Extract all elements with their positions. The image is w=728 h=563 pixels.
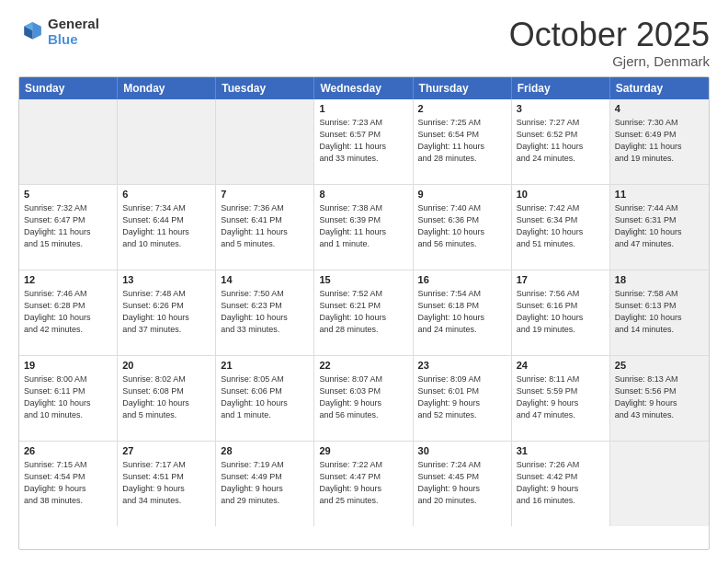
day-header-friday: Friday <box>512 77 610 99</box>
day-info-text: Sunrise: 7:22 AM Sunset: 4:47 PM Dayligh… <box>319 459 407 507</box>
calendar-day-13: 13Sunrise: 7:48 AM Sunset: 6:26 PM Dayli… <box>118 270 216 355</box>
day-info-text: Sunrise: 7:40 AM Sunset: 6:36 PM Dayligh… <box>418 202 506 250</box>
calendar-empty-cell <box>19 99 118 184</box>
calendar-day-11: 11Sunrise: 7:44 AM Sunset: 6:31 PM Dayli… <box>610 185 709 270</box>
day-number: 3 <box>517 103 605 114</box>
calendar-week-4: 19Sunrise: 8:00 AM Sunset: 6:11 PM Dayli… <box>19 355 709 441</box>
day-number: 31 <box>517 445 605 456</box>
day-info-text: Sunrise: 8:02 AM Sunset: 6:08 PM Dayligh… <box>122 373 210 421</box>
day-number: 1 <box>319 103 407 114</box>
day-number: 2 <box>418 103 506 114</box>
day-info-text: Sunrise: 7:54 AM Sunset: 6:18 PM Dayligh… <box>418 288 506 336</box>
day-info-text: Sunrise: 7:50 AM Sunset: 6:23 PM Dayligh… <box>221 288 309 336</box>
day-number: 10 <box>517 189 605 200</box>
day-number: 25 <box>615 360 704 371</box>
day-header-sunday: Sunday <box>19 77 118 99</box>
day-info-text: Sunrise: 7:46 AM Sunset: 6:28 PM Dayligh… <box>24 288 112 336</box>
calendar: SundayMondayTuesdayWednesdayThursdayFrid… <box>18 76 710 550</box>
day-number: 19 <box>24 360 112 371</box>
page: General Blue October 2025 Gjern, Denmark… <box>0 0 728 563</box>
day-number: 15 <box>319 274 407 285</box>
calendar-week-3: 12Sunrise: 7:46 AM Sunset: 6:28 PM Dayli… <box>19 270 709 355</box>
calendar-day-8: 8Sunrise: 7:38 AM Sunset: 6:39 PM Daylig… <box>314 185 413 270</box>
calendar-day-18: 18Sunrise: 7:58 AM Sunset: 6:13 PM Dayli… <box>610 270 709 355</box>
day-number: 12 <box>24 274 112 285</box>
day-info-text: Sunrise: 7:56 AM Sunset: 6:16 PM Dayligh… <box>517 288 605 336</box>
day-number: 5 <box>24 189 112 200</box>
day-header-saturday: Saturday <box>610 77 709 99</box>
day-info-text: Sunrise: 8:13 AM Sunset: 5:56 PM Dayligh… <box>615 373 704 421</box>
calendar-day-25: 25Sunrise: 8:13 AM Sunset: 5:56 PM Dayli… <box>610 356 709 441</box>
calendar-day-30: 30Sunrise: 7:24 AM Sunset: 4:45 PM Dayli… <box>414 442 512 526</box>
day-header-thursday: Thursday <box>414 77 512 99</box>
day-info-text: Sunrise: 7:25 AM Sunset: 6:54 PM Dayligh… <box>418 117 506 165</box>
day-info-text: Sunrise: 8:09 AM Sunset: 6:01 PM Dayligh… <box>418 373 506 421</box>
day-info-text: Sunrise: 7:26 AM Sunset: 4:42 PM Dayligh… <box>517 459 605 507</box>
calendar-day-26: 26Sunrise: 7:15 AM Sunset: 4:54 PM Dayli… <box>19 442 118 526</box>
calendar-week-2: 5Sunrise: 7:32 AM Sunset: 6:47 PM Daylig… <box>19 184 709 270</box>
day-number: 17 <box>517 274 605 285</box>
day-number: 14 <box>221 274 309 285</box>
calendar-day-14: 14Sunrise: 7:50 AM Sunset: 6:23 PM Dayli… <box>216 270 314 355</box>
month-title: October 2025 <box>509 17 710 53</box>
day-number: 24 <box>517 360 605 371</box>
day-info-text: Sunrise: 7:23 AM Sunset: 6:57 PM Dayligh… <box>319 117 407 165</box>
day-number: 26 <box>24 445 112 456</box>
day-info-text: Sunrise: 7:58 AM Sunset: 6:13 PM Dayligh… <box>615 288 704 336</box>
calendar-day-31: 31Sunrise: 7:26 AM Sunset: 4:42 PM Dayli… <box>512 442 610 526</box>
calendar-day-15: 15Sunrise: 7:52 AM Sunset: 6:21 PM Dayli… <box>314 270 413 355</box>
day-number: 4 <box>615 103 704 114</box>
day-info-text: Sunrise: 8:00 AM Sunset: 6:11 PM Dayligh… <box>24 373 112 421</box>
day-info-text: Sunrise: 8:11 AM Sunset: 5:59 PM Dayligh… <box>517 373 605 421</box>
calendar-day-3: 3Sunrise: 7:27 AM Sunset: 6:52 PM Daylig… <box>512 99 610 184</box>
day-info-text: Sunrise: 8:05 AM Sunset: 6:06 PM Dayligh… <box>221 373 309 421</box>
svg-marker-0 <box>33 22 41 40</box>
day-number: 7 <box>221 189 309 200</box>
day-header-tuesday: Tuesday <box>216 77 314 99</box>
day-info-text: Sunrise: 7:27 AM Sunset: 6:52 PM Dayligh… <box>517 117 605 165</box>
day-number: 23 <box>418 360 506 371</box>
calendar-day-5: 5Sunrise: 7:32 AM Sunset: 6:47 PM Daylig… <box>19 185 118 270</box>
day-number: 13 <box>122 274 210 285</box>
calendar-day-29: 29Sunrise: 7:22 AM Sunset: 4:47 PM Dayli… <box>314 442 413 526</box>
day-number: 8 <box>319 189 407 200</box>
calendar-header: SundayMondayTuesdayWednesdayThursdayFrid… <box>19 77 709 99</box>
day-info-text: Sunrise: 7:38 AM Sunset: 6:39 PM Dayligh… <box>319 202 407 250</box>
day-number: 9 <box>418 189 506 200</box>
day-number: 16 <box>418 274 506 285</box>
day-info-text: Sunrise: 7:19 AM Sunset: 4:49 PM Dayligh… <box>221 459 309 507</box>
calendar-week-5: 26Sunrise: 7:15 AM Sunset: 4:54 PM Dayli… <box>19 441 709 526</box>
day-info-text: Sunrise: 7:44 AM Sunset: 6:31 PM Dayligh… <box>615 202 704 250</box>
calendar-day-21: 21Sunrise: 8:05 AM Sunset: 6:06 PM Dayli… <box>216 356 314 441</box>
day-number: 6 <box>122 189 210 200</box>
calendar-empty-cell <box>610 442 709 526</box>
calendar-day-27: 27Sunrise: 7:17 AM Sunset: 4:51 PM Dayli… <box>118 442 216 526</box>
day-info-text: Sunrise: 7:42 AM Sunset: 6:34 PM Dayligh… <box>517 202 605 250</box>
day-number: 29 <box>319 445 407 456</box>
calendar-day-1: 1Sunrise: 7:23 AM Sunset: 6:57 PM Daylig… <box>314 99 413 184</box>
day-info-text: Sunrise: 7:36 AM Sunset: 6:41 PM Dayligh… <box>221 202 309 250</box>
logo: General Blue <box>18 17 99 47</box>
calendar-day-9: 9Sunrise: 7:40 AM Sunset: 6:36 PM Daylig… <box>414 185 512 270</box>
calendar-day-6: 6Sunrise: 7:34 AM Sunset: 6:44 PM Daylig… <box>118 185 216 270</box>
day-info-text: Sunrise: 7:17 AM Sunset: 4:51 PM Dayligh… <box>122 459 210 507</box>
day-info-text: Sunrise: 7:32 AM Sunset: 6:47 PM Dayligh… <box>24 202 112 250</box>
calendar-day-23: 23Sunrise: 8:09 AM Sunset: 6:01 PM Dayli… <box>414 356 512 441</box>
day-info-text: Sunrise: 7:30 AM Sunset: 6:49 PM Dayligh… <box>615 117 704 165</box>
calendar-day-19: 19Sunrise: 8:00 AM Sunset: 6:11 PM Dayli… <box>19 356 118 441</box>
day-number: 18 <box>615 274 704 285</box>
day-info-text: Sunrise: 7:48 AM Sunset: 6:26 PM Dayligh… <box>122 288 210 336</box>
calendar-week-1: 1Sunrise: 7:23 AM Sunset: 6:57 PM Daylig… <box>19 99 709 184</box>
calendar-day-20: 20Sunrise: 8:02 AM Sunset: 6:08 PM Dayli… <box>118 356 216 441</box>
day-info-text: Sunrise: 8:07 AM Sunset: 6:03 PM Dayligh… <box>319 373 407 421</box>
day-info-text: Sunrise: 7:34 AM Sunset: 6:44 PM Dayligh… <box>122 202 210 250</box>
calendar-day-22: 22Sunrise: 8:07 AM Sunset: 6:03 PM Dayli… <box>314 356 413 441</box>
logo-text: General Blue <box>48 17 99 47</box>
day-header-wednesday: Wednesday <box>314 77 413 99</box>
calendar-day-10: 10Sunrise: 7:42 AM Sunset: 6:34 PM Dayli… <box>512 185 610 270</box>
day-number: 22 <box>319 360 407 371</box>
day-info-text: Sunrise: 7:15 AM Sunset: 4:54 PM Dayligh… <box>24 459 112 507</box>
day-info-text: Sunrise: 7:52 AM Sunset: 6:21 PM Dayligh… <box>319 288 407 336</box>
calendar-day-7: 7Sunrise: 7:36 AM Sunset: 6:41 PM Daylig… <box>216 185 314 270</box>
day-header-monday: Monday <box>118 77 216 99</box>
